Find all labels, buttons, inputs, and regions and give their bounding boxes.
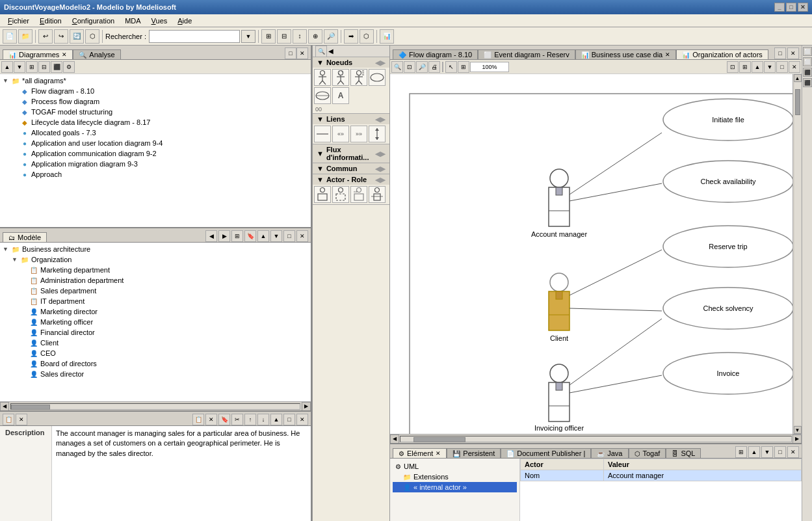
- menu-edition[interactable]: Edition: [34, 16, 67, 26]
- palette-link-1[interactable]: [314, 126, 331, 142]
- menu-fichier[interactable]: Fichier: [3, 16, 34, 26]
- diag-restore2[interactable]: □: [776, 61, 788, 73]
- tab-sql[interactable]: 🗄 SQL: [666, 448, 701, 458]
- tab-java[interactable]: ☕ Java: [591, 448, 628, 458]
- tab-flow-diagram[interactable]: 🔷 Flow diagram - 8.10: [393, 49, 478, 59]
- tab-diagrammes[interactable]: 📊 Diagrammes ✕: [3, 49, 73, 59]
- palette-actor-collapse[interactable]: ◀▶: [375, 176, 386, 183]
- diag-close2[interactable]: ✕: [789, 61, 800, 73]
- undo-button[interactable]: ↩: [38, 29, 53, 44]
- actor-client[interactable]: [549, 273, 570, 330]
- tree-item-process[interactable]: ◆ Process flow diagram: [1, 96, 309, 107]
- palette-ellipse-1[interactable]: [369, 69, 386, 86]
- palette-noeuds-header[interactable]: ▼ Noeuds ◀▶: [313, 57, 389, 68]
- diagram-canvas[interactable]: Account manager Client: [390, 74, 802, 434]
- actor-account-manager[interactable]: [549, 169, 570, 226]
- sidebar-btn-3[interactable]: ⬛: [803, 68, 812, 77]
- props-expand[interactable]: ⊞: [735, 446, 747, 458]
- tab-diagrammes-close[interactable]: ✕: [62, 51, 67, 58]
- model-down[interactable]: ▼: [270, 230, 282, 242]
- toolbar-btn-5[interactable]: 🔎: [324, 29, 338, 44]
- diag-scroll-left[interactable]: ◀: [390, 434, 399, 444]
- panel-close-button[interactable]: ✕: [296, 47, 308, 59]
- model-tree-salesdept[interactable]: 📋 Sales department: [1, 286, 309, 296]
- model-tree-ceo[interactable]: 👤 CEO: [1, 348, 309, 358]
- desc-btn-2[interactable]: ✕: [205, 414, 217, 425]
- palette-arrow-left[interactable]: ◀: [328, 47, 334, 55]
- palette-text-item[interactable]: A: [332, 87, 349, 104]
- palette-search[interactable]: 🔍: [315, 46, 327, 57]
- model-restore[interactable]: □: [283, 230, 295, 242]
- model-up[interactable]: ▲: [257, 230, 269, 242]
- diag-zoom-reset[interactable]: ⊡: [404, 61, 415, 73]
- sidebar-btn-2[interactable]: ⬜: [803, 57, 812, 66]
- desc-btn-9[interactable]: ✕: [296, 414, 308, 425]
- palette-noeuds-collapse[interactable]: ◀▶: [375, 59, 386, 66]
- model-scroll-thumb[interactable]: [11, 405, 50, 410]
- tree-item-approach[interactable]: ● Approach: [1, 169, 309, 180]
- tree-item-lifecycle[interactable]: ◆ Lifecycle data lifecycle diagram - 8.1…: [1, 117, 309, 127]
- palette-actor-2[interactable]: [332, 186, 349, 203]
- diagram-hscroll[interactable]: ◀ ▶: [390, 434, 802, 443]
- toolbar-btn-7[interactable]: ⬡: [360, 29, 374, 44]
- model-expand[interactable]: ⊞: [231, 230, 243, 242]
- model-close[interactable]: ✕: [296, 230, 308, 242]
- model-tree-client[interactable]: 👤 Client: [1, 338, 309, 348]
- model-tree-bizarch[interactable]: ▼ 📁 Business architecture: [1, 244, 309, 254]
- prop-cell-nom-val[interactable]: Account manager: [603, 470, 801, 481]
- props-up[interactable]: ▲: [748, 446, 760, 458]
- diagram-scroll-up[interactable]: ▲: [794, 74, 802, 82]
- toolbar-btn-8[interactable]: 📊: [380, 29, 394, 44]
- palette-person-2[interactable]: [332, 69, 349, 86]
- diagram-close[interactable]: ✕: [787, 47, 799, 59]
- diag-scroll-right[interactable]: ▶: [792, 434, 802, 444]
- toolbar-btn-6[interactable]: ➡: [344, 29, 358, 44]
- palette-actor-3[interactable]: «»: [350, 186, 367, 203]
- toolbar-btn-2[interactable]: ⊟: [277, 29, 291, 44]
- diagram-scroll-thumb-v[interactable]: [795, 89, 800, 115]
- palette-actor-1[interactable]: [314, 186, 331, 203]
- tab-event-diagram[interactable]: ⬜ Event diagram - Reserv: [478, 49, 575, 59]
- palette-link-2[interactable]: «»: [332, 126, 349, 142]
- desc-btn-8[interactable]: □: [283, 414, 295, 425]
- search-dropdown[interactable]: ▼: [241, 30, 255, 43]
- diag-down[interactable]: ▼: [764, 61, 776, 73]
- prop-row-nom[interactable]: Nom Account manager: [521, 470, 802, 481]
- tab-modele[interactable]: 🗂 Modèle: [3, 232, 47, 242]
- palette-liens-collapse[interactable]: ◀▶: [375, 116, 386, 123]
- model-bookmark[interactable]: 🔖: [244, 230, 256, 242]
- palette-flux-header[interactable]: ▼ Flux d'informati... ◀▶: [313, 144, 389, 163]
- tab-orgactors[interactable]: 📊 Organization of actors: [676, 49, 768, 59]
- model-nav-fwd[interactable]: ▶: [218, 230, 230, 242]
- maximize-button[interactable]: □: [786, 3, 796, 12]
- palette-liens-header[interactable]: ▼ Liens ◀▶: [313, 114, 389, 124]
- menu-vues[interactable]: Vues: [146, 16, 173, 26]
- diag-toolbar-collapse[interactable]: ⊟: [38, 61, 50, 73]
- diag-grid[interactable]: ⊞: [739, 61, 751, 73]
- desc-btn-1[interactable]: 📋: [192, 414, 204, 425]
- desc-btn-5[interactable]: ↑: [244, 414, 256, 425]
- model-tree-itdept[interactable]: 📋 IT department: [1, 296, 309, 306]
- diag-toolbar-down[interactable]: ▼: [14, 61, 25, 73]
- diag-tool-select[interactable]: ↖: [445, 61, 457, 73]
- palette-person-1[interactable]: [314, 69, 331, 86]
- refresh-button[interactable]: 🔄: [70, 29, 84, 44]
- diag-tool-mask[interactable]: ⊞: [458, 61, 469, 73]
- model-tree-board[interactable]: 👤 Board of directors: [1, 358, 309, 369]
- menu-aide[interactable]: Aide: [172, 16, 197, 26]
- open-button[interactable]: 📁: [18, 29, 33, 44]
- palette-link-4[interactable]: [369, 126, 386, 142]
- palette-link-3[interactable]: »»: [350, 126, 367, 142]
- desc-btn-7[interactable]: ▲: [270, 414, 282, 425]
- actor-invoicing-officer[interactable]: [549, 364, 570, 421]
- diag-toolbar-settings[interactable]: ⚙: [63, 61, 75, 73]
- desc-btn-6[interactable]: ↓: [257, 414, 269, 425]
- menu-configuration[interactable]: Configuration: [67, 16, 120, 26]
- model-tree-findir[interactable]: 👤 Financial director: [1, 327, 309, 338]
- props-tree-internal[interactable]: 👤 « internal actor »: [393, 482, 517, 492]
- model-tree-admindept[interactable]: 📋 Administration department: [1, 275, 309, 286]
- desc-btn-3[interactable]: 🔖: [218, 414, 230, 425]
- diagram-scroll-down[interactable]: ▼: [794, 426, 802, 434]
- desc-btn-close[interactable]: ✕: [16, 414, 27, 425]
- tab-bizusecase[interactable]: 📊 Business use case dia ✕: [575, 49, 676, 59]
